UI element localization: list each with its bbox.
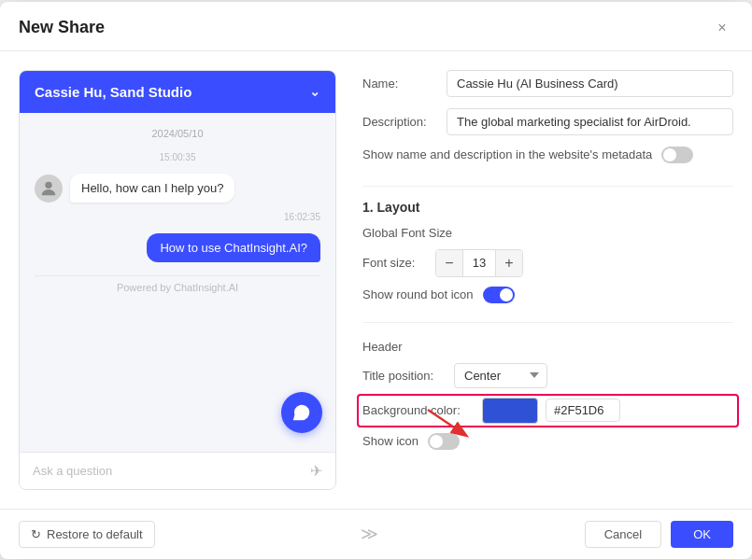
restore-default-button[interactable]: ↻ Restore to default (19, 521, 155, 548)
font-size-row: Font size: − 13 + (362, 249, 733, 277)
bot-message-time: 15:00:35 (35, 152, 320, 162)
title-position-label: Title position: (362, 369, 447, 383)
bot-message-row: Hello, how can I help you? (35, 174, 320, 203)
metadata-label: Show name and description in the website… (362, 147, 652, 161)
send-icon[interactable]: ✈ (310, 462, 322, 480)
font-size-label: Font size: (362, 256, 428, 270)
show-icon-label: Show icon (362, 434, 419, 448)
title-position-select[interactable]: Center Left Right (454, 363, 547, 388)
chevron-down-icon: ⌄ (309, 84, 320, 99)
name-row: Name: (362, 70, 733, 97)
font-size-value: 13 (462, 250, 496, 276)
scroll-more-icon: ≫ (361, 524, 378, 544)
chat-header: Cassie Hu, Sand Studio ⌄ (20, 71, 335, 113)
section-divider (362, 186, 733, 187)
font-section-label: Global Font Size (362, 226, 733, 240)
font-size-minus-button[interactable]: − (436, 250, 462, 276)
header-section: Header Title position: Center Left Right… (362, 340, 733, 459)
bot-avatar (35, 175, 63, 203)
dialog-footer: ↻ Restore to default ≫ Cancel OK (0, 509, 752, 559)
user-bubble: How to use ChatInsight.AI? (147, 233, 320, 262)
svg-line-2 (428, 410, 465, 435)
toggle-knob-2 (500, 288, 513, 301)
chat-input-placeholder: Ask a question (33, 464, 112, 478)
user-message-time: 16:02:35 (35, 212, 320, 222)
restore-label: Restore to default (47, 527, 143, 541)
bot-bubble: Hello, how can I help you? (70, 174, 234, 203)
section-divider-2 (362, 322, 733, 323)
footer-center: ≫ (155, 524, 585, 544)
layout-section-title: 1. Layout (362, 200, 733, 215)
description-row: Description: (362, 108, 733, 135)
description-label: Description: (362, 115, 447, 129)
round-icon-label: Show round bot icon (362, 287, 474, 301)
header-section-label: Header (362, 340, 733, 354)
date-divider: 2024/05/10 (35, 128, 320, 139)
preview-panel: Cassie Hu, Sand Studio ⌄ 2024/05/10 15:0… (19, 70, 336, 490)
name-label: Name: (362, 77, 447, 91)
show-icon-row: Show icon (362, 433, 733, 450)
font-size-control: − 13 + (435, 249, 523, 277)
settings-panel: Name: Description: Show name and descrip… (336, 70, 733, 490)
chat-fab-button[interactable] (281, 392, 322, 433)
toggle-knob (663, 148, 676, 161)
dialog-body: Cassie Hu, Sand Studio ⌄ 2024/05/10 15:0… (0, 51, 752, 509)
round-icon-row: Show round bot icon (362, 287, 733, 303)
cancel-button[interactable]: Cancel (585, 521, 661, 548)
description-input[interactable] (447, 108, 733, 135)
chat-header-name: Cassie Hu, Sand Studio (35, 84, 192, 100)
restore-icon: ↻ (31, 527, 41, 541)
title-position-row: Title position: Center Left Right (362, 363, 733, 388)
close-button[interactable]: × (711, 17, 733, 39)
round-icon-toggle[interactable] (483, 287, 515, 303)
footer-actions: Cancel OK (585, 521, 733, 548)
name-input[interactable] (447, 70, 733, 97)
metadata-toggle[interactable] (661, 147, 693, 163)
new-share-dialog: New Share × Cassie Hu, Sand Studio ⌄ 202… (0, 2, 752, 559)
ok-button[interactable]: OK (671, 521, 733, 548)
font-size-plus-button[interactable]: + (496, 250, 522, 276)
chat-input-area[interactable]: Ask a question ✈ (20, 452, 335, 489)
dialog-title: New Share (19, 18, 105, 37)
bg-color-hex-input[interactable] (546, 399, 620, 422)
metadata-row: Show name and description in the website… (362, 147, 733, 163)
dialog-header: New Share × (0, 2, 752, 51)
user-message-row: How to use ChatInsight.AI? (35, 233, 320, 262)
svg-point-0 (45, 181, 51, 188)
powered-by: Powered by ChatInsight.AI (35, 275, 320, 293)
red-arrow-annotation (419, 405, 493, 442)
